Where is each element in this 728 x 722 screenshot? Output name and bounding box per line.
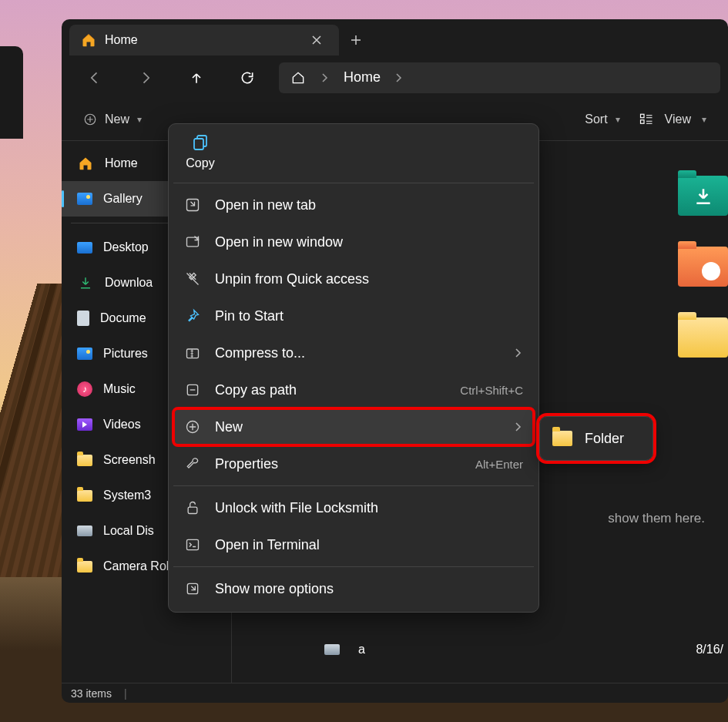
menu-label: Pin to Start [215,308,283,324]
svg-rect-4 [194,139,203,149]
sidebar-label: Videos [103,418,141,432]
open-new-tab-item[interactable]: Open in new tab [173,186,534,223]
drive-icon [324,644,340,655]
chevron-down-icon: ▾ [702,114,706,125]
sidebar-label: Docume [100,311,146,325]
new-submenu-item[interactable]: New [173,408,534,445]
svg-rect-11 [187,539,199,549]
context-menu: Copy Open in new tab Open in new window … [168,123,539,613]
status-bar: 33 items | [62,683,728,703]
home-icon [77,155,94,172]
submenu-label: Folder [585,431,624,447]
properties-item[interactable]: Properties Alt+Enter [173,445,534,482]
menu-label: Open in new window [215,234,343,250]
shortcut: Alt+Enter [475,458,523,471]
back-button[interactable] [69,61,120,95]
sort-button[interactable]: Sort ▾ [575,105,629,134]
menu-label: Show more options [215,581,334,597]
shortcut: Ctrl+Shift+C [460,384,523,397]
divider [173,183,534,183]
pin-to-start-item[interactable]: Pin to Start [173,297,534,334]
tab-home[interactable]: Home [69,25,339,55]
unpin-icon [184,270,201,287]
breadcrumb-item[interactable]: Home [344,69,381,86]
chevron-down-icon: ▾ [137,114,142,125]
row-name: a [358,643,365,657]
lock-icon [184,499,201,516]
tab-close-button[interactable] [305,29,328,52]
forward-button[interactable] [120,61,171,95]
sidebar-label: System3 [103,489,151,502]
new-window-icon [184,233,201,250]
menu-label: Compress to... [215,345,305,361]
open-new-window-item[interactable]: Open in new window [173,223,534,260]
new-tab-button[interactable] [339,25,373,55]
folder-icon [77,561,92,573]
compress-item[interactable]: Compress to... [173,334,534,371]
gallery-icon [77,193,92,205]
divider [173,566,534,567]
quick-access-folders [678,176,728,358]
chevron-right-icon [320,73,330,82]
menu-label: Copy as path [215,382,297,398]
video-icon [77,418,92,431]
new-folder-item[interactable]: Folder [539,416,653,461]
copy-as-path-item[interactable]: Copy as path Ctrl+Shift+C [173,371,534,408]
divider [173,485,534,486]
terminal-icon [184,536,201,553]
archive-icon [184,344,201,361]
menu-label: Unpin from Quick access [215,271,369,287]
open-terminal-item[interactable]: Open in Terminal [173,526,534,563]
show-more-options-item[interactable]: Show more options [173,570,534,607]
sidebar-label: Downloa [105,276,153,290]
sidebar-label: Music [103,382,136,396]
properties-icon [184,455,201,472]
new-button[interactable]: New ▾ [74,105,151,134]
folder-icon [77,490,92,502]
folder-icon [552,431,572,446]
desktop-icon [77,242,92,254]
menu-label: Open in Terminal [215,537,320,553]
downloads-folder-icon[interactable] [678,176,728,216]
disk-icon [77,526,92,536]
sidebar-label: Camera Roll [103,559,172,573]
music-icon: ♪ [77,381,92,397]
status-divider: | [124,687,127,700]
menu-label: Unlock with File Locksmith [215,500,378,516]
copy-path-icon [184,381,201,398]
sidebar-label: Local Dis [103,524,154,538]
sidebar-label: Desktop [103,240,149,254]
pin-icon [184,307,201,324]
svg-rect-2 [640,120,644,124]
sort-label: Sort [585,112,607,126]
menu-label: Open in new tab [215,197,316,213]
pictures-icon [77,348,92,360]
list-row[interactable]: a [324,643,365,657]
new-label: New [105,112,129,126]
breadcrumb-bar[interactable]: Home [279,62,720,93]
row-date: 8/16/ [696,643,723,657]
document-icon [77,311,89,326]
sidebar-label: Pictures [103,347,148,361]
chevron-right-icon[interactable] [394,73,404,82]
sidebar-label: Screensh [103,453,156,467]
music-folder-icon[interactable] [678,247,728,287]
new-icon [184,418,201,435]
view-label: View [665,112,691,126]
folder-icon [77,455,92,466]
copy-action[interactable]: Copy [173,129,227,180]
unpin-quick-access-item[interactable]: Unpin from Quick access [173,260,534,297]
tab-strip: Home [62,19,728,56]
chevron-right-icon [514,422,523,432]
sidebar-label: Home [105,156,138,170]
svg-rect-10 [188,507,197,513]
nav-bar: Home [62,56,728,99]
unlock-locksmith-item[interactable]: Unlock with File Locksmith [173,489,534,526]
refresh-button[interactable] [222,61,273,95]
up-button[interactable] [171,61,222,95]
view-button[interactable]: View ▾ [629,105,716,134]
empty-hint: show them here. [608,511,705,526]
folder-icon[interactable] [678,317,728,358]
svg-rect-1 [640,114,644,118]
tab-title: Home [105,33,138,47]
